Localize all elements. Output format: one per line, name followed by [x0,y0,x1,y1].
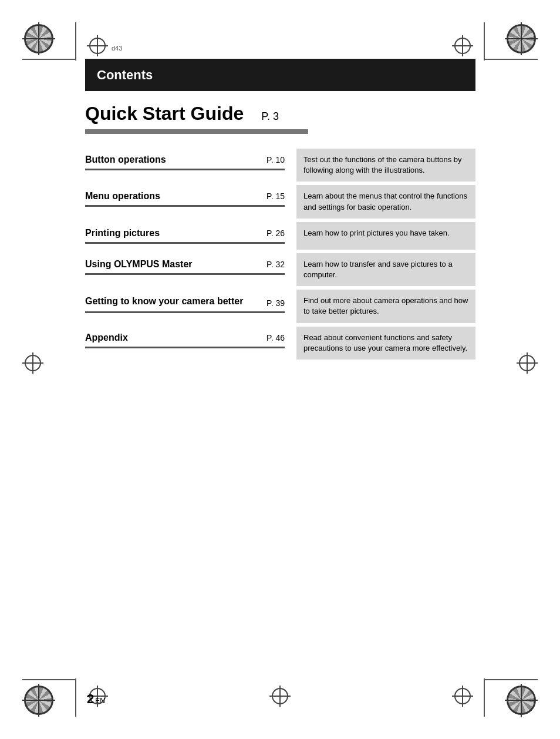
toc-left-2: Menu operations P. 15 [85,185,296,218]
toc-entry-4: Using OLYMPUS Master P. 32 [85,259,285,270]
quick-start-title: Quick Start Guide [85,103,244,125]
top-left-crosshair [87,35,108,56]
top-right-circle [505,22,538,55]
header-title: Contents [97,68,153,83]
toc-row-1: Button operations P. 10 Test out the fun… [85,149,475,182]
quick-start-page: P. 3 [261,110,279,123]
toc-page-1: P. 10 [266,155,285,164]
mid-right-reg [517,352,538,374]
top-left-corner-h [22,59,75,60]
toc-divider-2 [85,205,285,207]
toc-title-4: Using OLYMPUS Master [85,259,193,270]
bottom-right-corner-v [484,678,485,717]
toc-entry-5: Getting to know your camera better P. 39 [85,295,285,308]
toc-title-1: Button operations [85,154,166,165]
top-right-reg [505,22,538,55]
bottom-left-reg [22,684,55,717]
toc-desc-4: Learn how to transfer and save pictures … [296,253,475,286]
toc-page-2: P. 15 [266,192,285,201]
toc-left-3: Printing pictures P. 26 [85,222,296,250]
bottom-right-corner-h [485,679,538,680]
toc-entry-6: Appendix P. 46 [85,332,285,343]
bottom-center-reg [269,686,291,707]
toc-entry-2: Menu operations P. 15 [85,191,285,201]
bottom-right-crosshair [452,686,473,707]
top-left-corner-v [75,22,76,61]
toc-title-6: Appendix [85,332,128,343]
toc-row-4: Using OLYMPUS Master P. 32 Learn how to … [85,253,475,286]
toc-left-4: Using OLYMPUS Master P. 32 [85,253,296,286]
toc-row-6: Appendix P. 46 Read about convenient fun… [85,327,475,360]
page-number-suffix: EN [95,697,105,705]
bottom-right-circle [505,684,538,717]
toc-entry-1: Button operations P. 10 [85,154,285,165]
toc-divider-1 [85,169,285,170]
corner-label: d43 [112,45,122,52]
toc-desc-5: Find out more about camera operations an… [296,290,475,323]
page-number-container: 2 EN [87,691,105,707]
toc-page-6: P. 46 [266,333,285,342]
toc-container: Button operations P. 10 Test out the fun… [85,149,475,360]
top-right-crosshair [452,35,473,56]
toc-row-5: Getting to know your camera better P. 39… [85,290,475,323]
toc-left-5: Getting to know your camera better P. 39 [85,290,296,323]
toc-left-1: Button operations P. 10 [85,149,296,182]
toc-page-5: P. 39 [266,298,285,308]
toc-title-3: Printing pictures [85,228,160,239]
toc-desc-6: Read about convenient functions and safe… [296,327,475,360]
toc-desc-3: Learn how to print pictures you have tak… [296,222,475,250]
toc-desc-2: Learn about the menus that control the f… [296,185,475,218]
toc-divider-3 [85,242,285,244]
bottom-left-corner-h [22,679,75,680]
top-left-reg [22,22,55,55]
toc-divider-4 [85,273,285,275]
page-number-main: 2 [87,691,94,707]
toc-row-3: Printing pictures P. 26 Learn how to pri… [85,222,475,250]
top-right-corner-v [484,22,485,61]
toc-desc-1: Test out the functions of the camera but… [296,149,475,182]
toc-divider-6 [85,347,285,348]
toc-row-2: Menu operations P. 15 Learn about the me… [85,185,475,218]
quick-start-divider [85,129,308,134]
toc-title-5: Getting to know your camera better [85,295,243,308]
toc-entry-3: Printing pictures P. 26 [85,228,285,239]
toc-page-3: P. 26 [266,229,285,238]
header-bar: Contents [85,59,475,91]
toc-page-4: P. 32 [266,260,285,269]
mid-left-reg [22,352,43,374]
bottom-right-reg [505,684,538,717]
bottom-left-circle [22,684,55,717]
bottom-left-corner-v [75,678,76,717]
main-content: Quick Start Guide P. 3 Button operations… [85,91,475,363]
top-left-circle [22,22,55,55]
toc-divider-5 [85,311,285,313]
toc-left-6: Appendix P. 46 [85,327,296,360]
toc-title-2: Menu operations [85,191,160,201]
top-right-corner-h [485,59,538,60]
quick-start-section: Quick Start Guide P. 3 [85,103,475,125]
